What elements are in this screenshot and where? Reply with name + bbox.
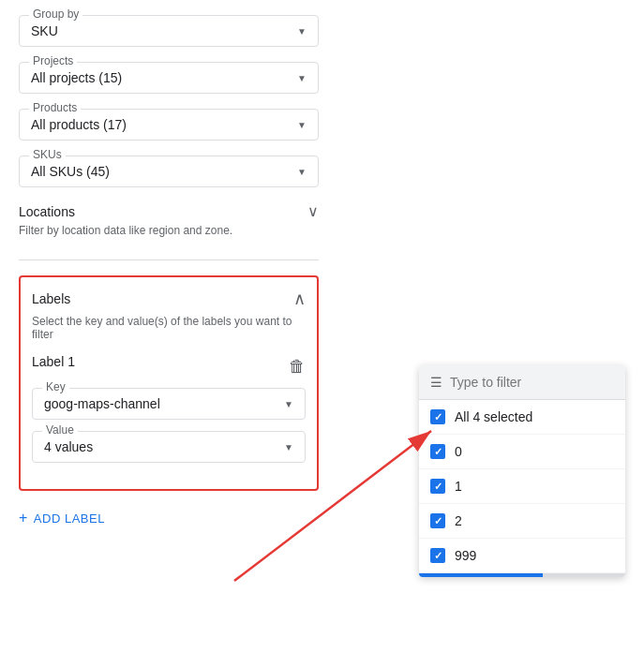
item-999-checkbox[interactable] [430,548,445,563]
add-label-plus-icon: + [19,510,28,526]
projects-arrow-icon: ▼ [297,73,307,83]
label1-value-dropdown[interactable]: Value 4 values ▼ [32,431,306,463]
popup-filter-input[interactable] [450,375,614,390]
all-selected-checkbox[interactable] [430,409,445,424]
locations-chevron-icon[interactable]: ∨ [307,202,319,220]
locations-title: Locations [19,204,75,219]
label1-key-label: Key [42,380,69,393]
popup-item-0[interactable]: 0 [419,435,625,469]
item-1-checkbox[interactable] [430,479,445,494]
products-dropdown[interactable]: Products All products (17) ▼ [19,109,319,141]
labels-chevron-icon[interactable]: ∧ [293,289,306,309]
labels-description: Select the key and value(s) of the label… [32,315,306,341]
skus-label: SKUs [29,148,66,161]
label1-key-arrow-icon: ▼ [284,399,293,409]
popup-item-2[interactable]: 2 [419,504,625,539]
locations-subtitle: Filter by location data like region and … [19,224,319,237]
add-label-text: ADD LABEL [34,511,105,526]
products-arrow-icon: ▼ [297,120,307,130]
item-0-label: 0 [455,444,462,459]
item-0-checkbox[interactable] [430,444,445,459]
projects-label: Projects [29,54,77,67]
label1-header: Label 1 🗑 [32,354,306,378]
products-label: Products [29,101,81,114]
popup-item-1[interactable]: 1 [419,469,625,504]
item-2-label: 2 [455,513,462,528]
popup-scroll-bar [419,573,625,577]
label1-value-label: Value [42,423,78,437]
item-999-label: 999 [455,548,476,563]
group-by-label: Group by [29,7,82,21]
label1-value-arrow-icon: ▼ [284,442,293,452]
item-2-checkbox[interactable] [430,513,445,528]
projects-value[interactable]: All projects (15) ▼ [31,70,307,85]
group-by-dropdown[interactable]: Group by SKU ▼ [19,15,319,47]
delete-label1-icon[interactable]: 🗑 [289,357,306,377]
group-by-value[interactable]: SKU ▼ [31,23,307,38]
all-selected-label: All 4 selected [455,409,532,424]
filter-icon: ☰ [430,375,442,390]
label1-key-value[interactable]: goog-maps-channel ▼ [44,396,293,411]
labels-title: Labels [32,291,70,306]
group-by-arrow-icon: ▼ [297,26,307,37]
value-filter-popup: ☰ All 4 selected 0 1 2 999 [419,365,625,577]
label1-title: Label 1 [32,354,75,369]
locations-section: Locations ∨ Filter by location data like… [19,202,319,260]
projects-dropdown[interactable]: Projects All projects (15) ▼ [19,62,319,94]
popup-filter-bar: ☰ [419,365,625,400]
add-label-button[interactable]: + ADD LABEL [19,506,105,530]
item-1-label: 1 [455,479,462,494]
skus-dropdown[interactable]: SKUs All SKUs (45) ▼ [19,156,319,187]
popup-all-selected-item[interactable]: All 4 selected [419,400,625,435]
skus-value[interactable]: All SKUs (45) ▼ [31,164,307,179]
popup-item-999[interactable]: 999 [419,539,625,573]
skus-arrow-icon: ▼ [297,167,307,177]
label1-key-dropdown[interactable]: Key goog-maps-channel ▼ [32,388,306,420]
label1-value-value[interactable]: 4 values ▼ [44,439,293,454]
labels-section: Labels ∧ Select the key and value(s) of … [19,275,319,491]
products-value[interactable]: All products (17) ▼ [31,117,307,132]
